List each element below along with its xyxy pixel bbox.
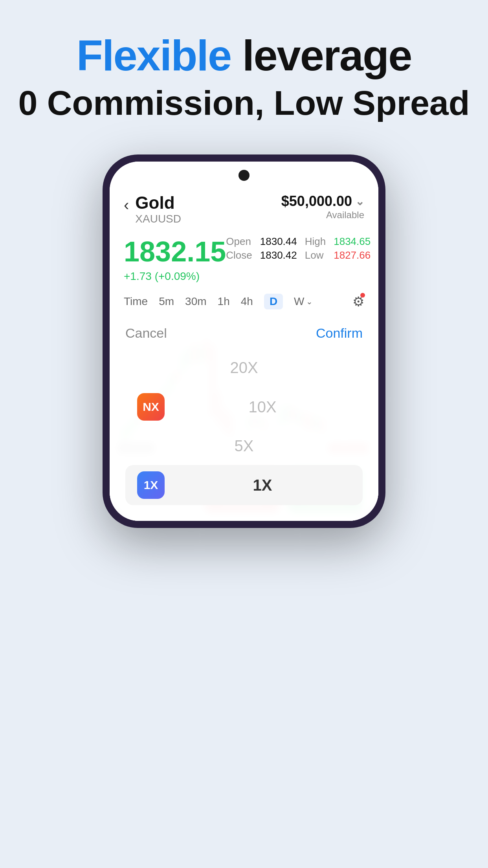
timeframe-row: Time 5m 30m 1h 4h D W⌄ ⚙ — [124, 289, 364, 314]
trade-header: ‹ Gold XAUUSD $50,000.00 ⌄ Available — [124, 185, 364, 229]
camera-bar — [110, 162, 378, 185]
phone-wrapper: ‹ Gold XAUUSD $50,000.00 ⌄ Available — [0, 154, 488, 528]
phone-screen: ‹ Gold XAUUSD $50,000.00 ⌄ Available — [110, 162, 378, 521]
app-content: ‹ Gold XAUUSD $50,000.00 ⌄ Available — [110, 185, 378, 314]
leverage-item-5x[interactable]: 5X — [125, 431, 363, 461]
leverage-item-10x[interactable]: NX 10X — [125, 387, 363, 427]
open-val: 1830.44 — [260, 235, 297, 248]
close-val: 1830.42 — [260, 249, 297, 261]
high-val: 1834.65 — [334, 235, 371, 248]
headline-2: 0 Commission, Low Spread — [0, 83, 488, 123]
price-section: 1832.15 +1.73 (+0.09%) Open 1830.44 High… — [124, 229, 364, 289]
tf-30m[interactable]: 30m — [185, 295, 206, 308]
leverage-picker-modal: Cancel Confirm 20X NX 10X 5X — [110, 314, 378, 521]
asset-info: Gold XAUUSD — [135, 193, 181, 225]
headline-1: Flexible leverage — [0, 31, 488, 79]
cancel-button[interactable]: Cancel — [125, 326, 167, 341]
nx-icon: NX — [137, 393, 165, 421]
tf-5m[interactable]: 5m — [159, 295, 174, 308]
chevron-down-icon: ⌄ — [355, 195, 364, 208]
leverage-label-10x: 10X — [174, 398, 351, 416]
leverage-label-20x: 20X — [137, 359, 351, 377]
confirm-button[interactable]: Confirm — [316, 326, 363, 341]
ohlc-grid: Open 1830.44 High 1834.65 Close 1830.42 … — [226, 235, 371, 261]
current-price: 1832.15 — [124, 235, 226, 268]
leverage-label-5x: 5X — [137, 437, 351, 455]
open-label: Open — [226, 235, 252, 248]
close-label: Close — [226, 249, 252, 261]
price-change: +1.73 (+0.09%) — [124, 270, 226, 283]
leverage-label-1x: 1X — [174, 476, 351, 494]
phone-shell: ‹ Gold XAUUSD $50,000.00 ⌄ Available — [103, 154, 385, 528]
settings-notification-dot — [360, 293, 365, 298]
onex-icon: 1X — [137, 471, 165, 499]
tf-1h[interactable]: 1h — [218, 295, 230, 308]
leverage-picker: 20X NX 10X 5X 1X 1X — [125, 349, 363, 513]
header-section: Flexible leverage 0 Commission, Low Spre… — [0, 0, 488, 147]
back-button[interactable]: ‹ — [124, 196, 129, 214]
picker-actions: Cancel Confirm — [125, 326, 363, 341]
balance-amount: $50,000.00 ⌄ — [281, 193, 364, 210]
headline-leverage: leverage — [231, 31, 411, 79]
camera-dot — [238, 170, 250, 181]
tf-D[interactable]: D — [264, 294, 283, 309]
asset-ticker: XAUUSD — [135, 213, 181, 225]
low-label: Low — [305, 249, 326, 261]
high-label: High — [305, 235, 326, 248]
tf-time[interactable]: Time — [124, 295, 148, 308]
asset-name: Gold — [135, 193, 181, 213]
balance-block[interactable]: $50,000.00 ⌄ Available — [281, 193, 364, 221]
settings-button[interactable]: ⚙ — [352, 294, 364, 309]
low-val: 1827.66 — [334, 249, 371, 261]
tf-W[interactable]: W⌄ — [294, 295, 312, 308]
balance-label: Available — [281, 210, 364, 221]
headline-flexible: Flexible — [77, 31, 231, 79]
leverage-item-1x[interactable]: 1X 1X — [125, 465, 363, 505]
tf-4h[interactable]: 4h — [241, 295, 253, 308]
leverage-item-20x[interactable]: 20X — [125, 353, 363, 383]
